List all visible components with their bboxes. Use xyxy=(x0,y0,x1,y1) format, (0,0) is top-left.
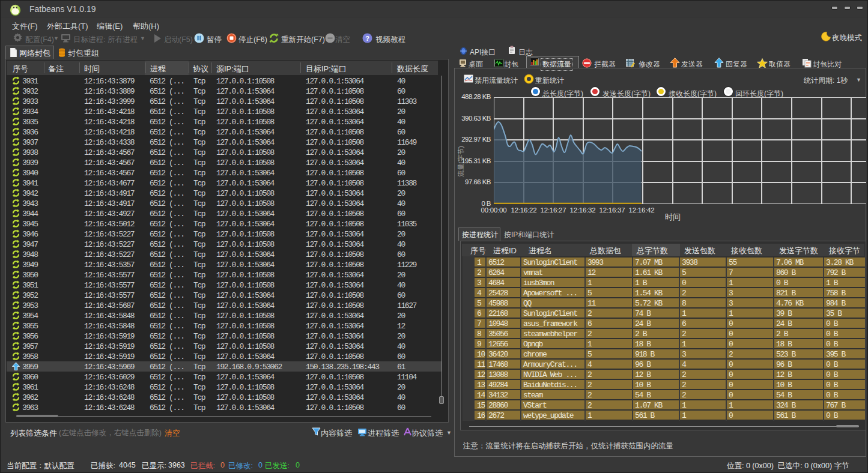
svg-text:?: ? xyxy=(365,35,369,42)
